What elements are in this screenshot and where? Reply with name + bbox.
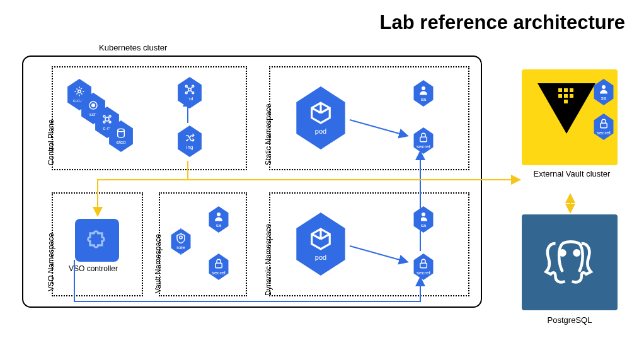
vault-logo-dots	[558, 88, 573, 103]
postgresql	[522, 214, 618, 310]
role-icon	[175, 233, 187, 244]
svg-point-11	[192, 85, 194, 87]
dynamic-secret: secret	[412, 254, 435, 280]
elephant-icon	[541, 234, 598, 291]
svg-point-4	[103, 115, 105, 117]
lock-icon	[213, 258, 224, 269]
dynamic-sa-label: sa	[421, 223, 426, 228]
user-icon	[598, 83, 609, 95]
svg-point-9	[188, 88, 192, 91]
svg-point-3	[105, 117, 109, 121]
vault-secret-label: secret	[212, 270, 226, 276]
scheduler-icon	[88, 100, 99, 111]
dynamic-namespace-label: Dynamic Namespace	[264, 224, 273, 296]
cube-icon	[309, 227, 333, 251]
svg-point-23	[560, 250, 565, 255]
svg-point-21	[602, 85, 606, 89]
svg-point-16	[180, 236, 183, 239]
static-pod: pod	[292, 86, 349, 149]
dynamic-pod-label: pod	[315, 254, 326, 261]
dynamic-secret-label: secret	[417, 270, 430, 276]
external-vault-secret: secret	[592, 114, 615, 140]
svg-rect-20	[420, 263, 427, 268]
static-sa: sa	[412, 80, 435, 107]
user-icon	[418, 211, 429, 222]
control-plane-label: Control Plane	[47, 119, 55, 165]
vso-namespace: VSO Namespace VSO controller	[52, 192, 143, 296]
gear-icon	[74, 86, 85, 97]
svg-point-17	[217, 213, 221, 216]
lock-icon	[598, 118, 609, 129]
vault-role: role	[170, 228, 192, 255]
external-vault-label: External Vault cluster	[526, 169, 618, 180]
lock-icon	[418, 258, 429, 269]
control-plane-namespace: Control Plane c-c-m sch c-m etcd api	[52, 66, 247, 170]
external-vault-secret-label: secret	[597, 130, 611, 136]
svg-rect-22	[601, 123, 607, 128]
api-component: api	[176, 77, 204, 108]
svg-point-12	[185, 92, 187, 94]
user-icon	[213, 211, 224, 222]
dynamic-namespace: Dynamic Namespace pod sa secret	[269, 192, 469, 296]
vault-sa: sa	[207, 206, 230, 233]
user-icon	[418, 85, 429, 96]
svg-point-6	[103, 121, 105, 123]
vso-controller-label: VSO controller	[69, 264, 118, 273]
static-sa-label: sa	[421, 96, 426, 102]
static-secret-label: secret	[417, 144, 430, 149]
svg-point-13	[192, 92, 194, 94]
vault-sa-label: sa	[216, 223, 221, 228]
kubernetes-cluster-boundary: Kubernetes cluster Control Plane c-c-m s…	[22, 55, 482, 308]
postgresql-label: PostgreSQL	[522, 315, 618, 325]
external-vault-sa: sa	[592, 79, 615, 105]
vault-role-label: role	[176, 245, 185, 250]
controller-icon	[101, 114, 113, 125]
svg-point-10	[185, 85, 187, 87]
api-icon	[184, 84, 195, 95]
puzzle-icon	[85, 228, 109, 252]
svg-point-24	[575, 250, 580, 255]
svg-point-8	[118, 129, 125, 132]
vault-secret: secret	[207, 254, 230, 280]
static-namespace-label: Static Namespace	[264, 104, 273, 165]
diagram-title: Lab reference architecture	[0, 11, 625, 34]
vso-namespace-label: VSO Namespace	[47, 233, 55, 291]
ing-component: ing	[176, 125, 204, 157]
dynamic-sa: sa	[412, 206, 435, 233]
vault-namespace-label: Vault Namespace	[154, 234, 163, 293]
svg-point-2	[92, 104, 95, 107]
database-icon	[115, 127, 127, 139]
svg-point-14	[422, 86, 425, 90]
api-label: api	[187, 96, 193, 102]
static-pod-label: pod	[315, 127, 326, 135]
svg-point-19	[422, 213, 425, 216]
kubernetes-cluster-label: Kubernetes cluster	[99, 43, 167, 52]
dynamic-pod: pod	[292, 213, 349, 276]
static-namespace: Static Namespace pod sa secret	[269, 66, 469, 170]
external-vault-sa-label: sa	[601, 95, 606, 101]
vault-namespace: Vault Namespace role sa secret	[159, 192, 247, 296]
lock-icon	[418, 132, 429, 143]
svg-rect-18	[216, 263, 222, 268]
etcd-label: etcd	[116, 139, 125, 145]
vso-controller	[75, 219, 119, 262]
svg-point-5	[109, 115, 111, 117]
ing-label: ing	[187, 144, 193, 150]
svg-point-7	[109, 121, 111, 123]
static-secret: secret	[412, 127, 435, 154]
svg-point-0	[78, 90, 81, 93]
external-vault: sa secret	[522, 69, 618, 165]
svg-rect-15	[420, 137, 427, 142]
shuffle-icon	[184, 132, 195, 144]
cube-icon	[309, 101, 333, 125]
